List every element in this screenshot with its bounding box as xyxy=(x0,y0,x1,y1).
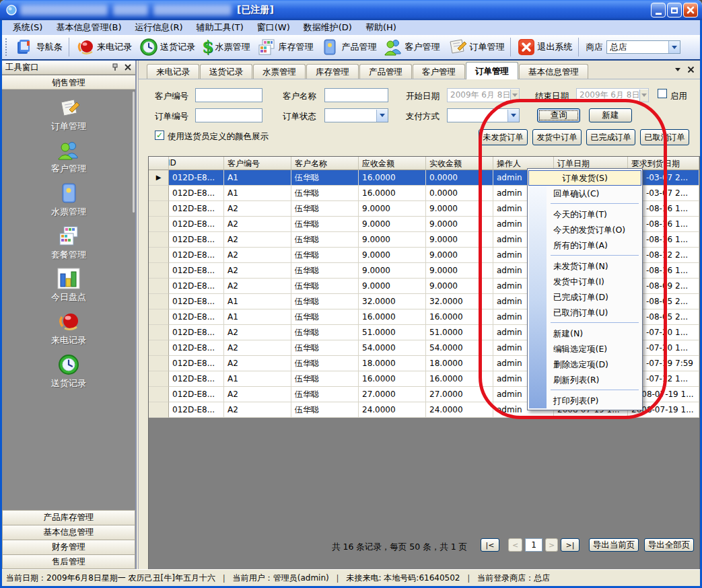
toolbar-exit-button[interactable]: 退出系统 xyxy=(514,37,575,57)
sidebar-item-order[interactable]: 订单管理 xyxy=(2,96,135,133)
next-page-button[interactable]: > xyxy=(545,538,558,552)
tab-list-dropdown-icon[interactable] xyxy=(675,68,680,71)
context-menu-item[interactable]: 回单确认(C) xyxy=(528,186,642,201)
context-menu-item[interactable]: 已完成订单(D) xyxy=(528,289,642,305)
document-tab[interactable]: 水票管理 xyxy=(253,64,306,79)
toolbar-customer-button[interactable]: 客户管理 xyxy=(380,36,443,58)
toolbar-order-button[interactable]: 订单管理 xyxy=(443,36,507,58)
start-date-arrow[interactable] xyxy=(510,89,519,102)
shop-select-arrow[interactable] xyxy=(668,41,680,53)
first-page-button[interactable]: |< xyxy=(481,538,499,552)
order-no-input[interactable] xyxy=(195,108,262,122)
status-filter-button[interactable]: 已取消订单 xyxy=(640,129,689,145)
status-filter-button[interactable]: 未发货订单 xyxy=(479,129,528,145)
sidebar-item-water-ticket[interactable]: 水票管理 xyxy=(2,182,135,218)
sidebar-close-icon[interactable] xyxy=(124,63,132,71)
context-menu-item[interactable]: 未发货订单(N) xyxy=(528,258,642,274)
row-selector-cell[interactable] xyxy=(149,217,169,232)
context-menu-item[interactable]: 新建(N) xyxy=(528,326,642,341)
row-selector-cell[interactable] xyxy=(149,387,169,402)
sidebar-item-daily-check[interactable]: 今日盘点 xyxy=(2,267,135,303)
status-filter-button[interactable]: 已完成订单 xyxy=(586,129,635,145)
end-date-picker[interactable]: 2009年 6月 8日 xyxy=(576,88,649,102)
document-tab[interactable]: 基本信息管理 xyxy=(519,64,588,79)
row-selector-cell[interactable] xyxy=(149,279,169,294)
menu-item[interactable]: 窗口(W) xyxy=(250,20,297,35)
pay-method-select[interactable] xyxy=(447,108,520,122)
row-selector-cell[interactable] xyxy=(149,186,169,201)
sidebar-section-bar[interactable]: 基本信息管理 xyxy=(2,525,135,540)
row-selector-cell[interactable] xyxy=(149,263,169,279)
order-status-select[interactable] xyxy=(324,108,388,122)
order-status-arrow[interactable] xyxy=(376,110,388,122)
row-selector-cell[interactable]: ▶ xyxy=(149,170,169,186)
pay-method-arrow[interactable] xyxy=(507,110,519,122)
menu-item[interactable]: 系统(S) xyxy=(6,20,49,35)
end-date-arrow[interactable] xyxy=(639,89,648,102)
context-menu-item[interactable]: 发货中订单(I) xyxy=(528,274,642,289)
column-header-id[interactable]: ID xyxy=(169,157,224,170)
sidebar-item-call-log[interactable]: 来电记录 xyxy=(2,310,135,346)
export-current-page-button[interactable]: 导出当前页 xyxy=(589,538,639,552)
context-menu-item[interactable]: 今天的发货订单(O) xyxy=(528,222,642,237)
close-button[interactable] xyxy=(683,3,698,17)
context-menu-item[interactable]: 刷新列表(R) xyxy=(528,372,642,388)
row-selector-cell[interactable] xyxy=(149,294,169,309)
query-button[interactable]: 查询 xyxy=(537,108,580,122)
row-selector-cell[interactable] xyxy=(149,356,169,371)
tab-close-icon[interactable] xyxy=(687,66,695,73)
new-button[interactable]: 新建 xyxy=(589,108,632,122)
toolbar-nav-button[interactable]: 导航条 xyxy=(11,36,66,58)
row-selector-cell[interactable] xyxy=(149,232,169,248)
menu-item[interactable]: 数据维护(D) xyxy=(297,20,359,35)
column-header-customer-name[interactable]: 客户名称 xyxy=(291,157,359,170)
sidebar-section-bar[interactable]: 财务管理 xyxy=(2,540,135,554)
document-tab[interactable]: 订单管理 xyxy=(466,62,518,79)
row-selector-cell[interactable] xyxy=(149,248,169,263)
status-filter-button[interactable]: 发货中订单 xyxy=(532,129,582,145)
minimize-button[interactable] xyxy=(651,3,666,17)
row-selector-cell[interactable] xyxy=(149,201,169,217)
context-menu-item[interactable] xyxy=(528,320,642,326)
sidebar-scrollbar[interactable] xyxy=(133,91,135,213)
row-selector-cell[interactable] xyxy=(149,402,169,418)
column-header-received[interactable]: 实收金额 xyxy=(426,157,493,170)
toolbar-product-button[interactable]: 产品管理 xyxy=(316,36,380,58)
row-selector-header[interactable] xyxy=(149,157,169,170)
row-selector-cell[interactable] xyxy=(149,371,169,387)
context-menu-item[interactable] xyxy=(528,388,642,393)
context-menu-item[interactable] xyxy=(528,253,642,258)
context-menu-item[interactable]: 所有的订单(A) xyxy=(528,237,642,253)
document-tab[interactable]: 送货记录 xyxy=(200,64,252,79)
column-header-customer-no[interactable]: 客户编号 xyxy=(224,157,291,170)
context-menu-item[interactable]: 编辑选定项(E) xyxy=(528,341,642,357)
customer-name-input[interactable] xyxy=(324,88,388,102)
last-page-button[interactable]: >| xyxy=(561,538,580,552)
toolbar-grip[interactable] xyxy=(5,38,9,56)
row-selector-cell[interactable] xyxy=(149,340,169,356)
toolbar-water-ticket-button[interactable]: $ 水票管理 xyxy=(199,38,253,57)
toolbar-inventory-button[interactable]: 库存管理 xyxy=(253,36,316,58)
shop-select[interactable]: 总店 xyxy=(606,40,680,54)
document-tab[interactable]: 来电记录 xyxy=(147,64,199,79)
sidebar-section-bar[interactable]: 产品库存管理 xyxy=(2,510,135,525)
column-header-receivable[interactable]: 应收金额 xyxy=(359,157,426,170)
row-selector-cell[interactable] xyxy=(149,325,169,340)
sidebar-item-delivery-log[interactable]: 送货记录 xyxy=(2,353,135,390)
sidebar-item-customer[interactable]: 客户管理 xyxy=(2,139,135,175)
start-date-picker[interactable]: 2009年 6月 8日 xyxy=(447,88,520,102)
toolbar-call-log-button[interactable]: 来电记录 xyxy=(72,36,135,58)
document-tab[interactable]: 客户管理 xyxy=(413,64,465,79)
context-menu-item[interactable]: 今天的订单(T) xyxy=(528,207,642,222)
context-menu-item[interactable]: 已取消订单(U) xyxy=(528,305,642,320)
maximize-button[interactable] xyxy=(667,3,682,17)
page-number-input[interactable]: 1 xyxy=(525,538,542,552)
menu-item[interactable]: 运行信息(R) xyxy=(128,20,189,35)
row-selector-cell[interactable] xyxy=(149,309,169,325)
menu-item[interactable]: 帮助(H) xyxy=(359,20,403,35)
toolbar-delivery-log-button[interactable]: 送货记录 xyxy=(135,36,199,58)
sidebar-section-bar[interactable]: 售后管理 xyxy=(2,554,135,569)
document-tab[interactable]: 产品管理 xyxy=(359,64,412,79)
menu-item[interactable]: 辅助工具(T) xyxy=(190,20,250,35)
export-all-pages-button[interactable]: 导出全部页 xyxy=(644,538,694,552)
